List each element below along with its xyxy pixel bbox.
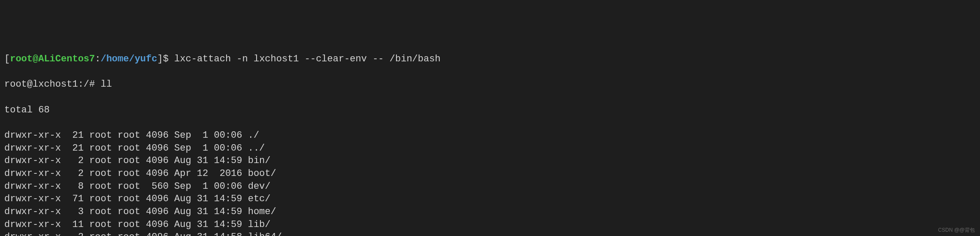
list-row: drwxr-xr-x 2 root root 4096 Aug 31 14:59… xyxy=(4,154,976,167)
list-row: drwxr-xr-x 2 root root 4096 Aug 31 14:58… xyxy=(4,231,976,236)
list-row: drwxr-xr-x 71 root root 4096 Aug 31 14:5… xyxy=(4,193,976,206)
prompt-line-2[interactable]: root@lxchost1:/# ll xyxy=(4,78,976,91)
list-row: drwxr-xr-x 21 root root 4096 Sep 1 00:06… xyxy=(4,129,976,142)
bracket-open: [ xyxy=(4,54,10,64)
list-row: drwxr-xr-x 2 root root 4096 Apr 12 2016 … xyxy=(4,167,976,180)
list-row: drwxr-xr-x 8 root root 560 Sep 1 00:06 d… xyxy=(4,180,976,193)
list-row: drwxr-xr-x 3 root root 4096 Aug 31 14:59… xyxy=(4,206,976,218)
command-2: ll xyxy=(100,79,112,90)
prompt-line-1[interactable]: [root@ALiCentos7:/home/yufc]$ lxc-attach… xyxy=(4,53,976,66)
list-row: drwxr-xr-x 21 root root 4096 Sep 1 00:06… xyxy=(4,142,976,155)
total-line: total 68 xyxy=(4,104,976,117)
cwd-path: /home/yufc xyxy=(100,54,157,64)
user-host: root@ALiCentos7 xyxy=(10,54,95,64)
inner-prompt: root@lxchost1:/# xyxy=(4,79,100,90)
bracket-close: ]$ xyxy=(157,54,174,64)
list-row: drwxr-xr-x 11 root root 4096 Aug 31 14:5… xyxy=(4,218,976,231)
command-1: lxc-attach -n lxchost1 --clear-env -- /b… xyxy=(174,54,441,64)
colon: : xyxy=(95,54,100,64)
file-listing: drwxr-xr-x 21 root root 4096 Sep 1 00:06… xyxy=(4,129,976,236)
watermark: CSDN @@背包 xyxy=(938,227,975,233)
